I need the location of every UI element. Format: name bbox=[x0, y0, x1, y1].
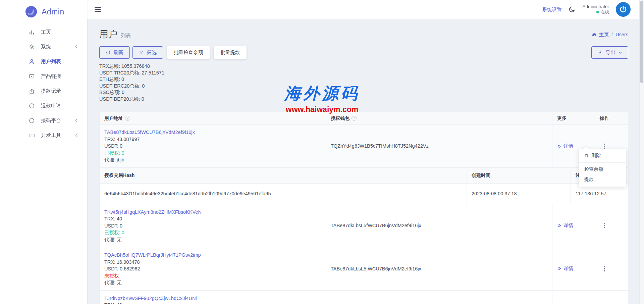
usdt-balance: USDT: 0 bbox=[104, 143, 321, 150]
sidebar-item-refund-requests[interactable]: 退款申请 bbox=[0, 98, 87, 113]
menu-item-delete[interactable]: 删除 bbox=[579, 151, 626, 161]
usdt-balance: USDT: 0 bbox=[104, 222, 321, 230]
menu-toggle-icon[interactable] bbox=[95, 7, 101, 12]
sidebar-item-label: 产品链接 bbox=[41, 73, 61, 80]
breadcrumb-home-link[interactable]: 主页 bbox=[592, 32, 609, 38]
power-icon bbox=[619, 5, 628, 14]
sidebar-item-home[interactable]: 主页 bbox=[0, 24, 87, 39]
user-icon bbox=[29, 58, 35, 65]
sidebar-item-label: 系统 bbox=[41, 44, 51, 50]
topbar: 系统设置 Administrator 在线 bbox=[87, 0, 644, 19]
user-address-link[interactable]: TKwt5rj4sHgqLXAym8no2ZHMXFbsoKKVeN bbox=[104, 209, 202, 216]
batch-withdraw-button[interactable]: 批量提款 bbox=[214, 46, 247, 59]
breadcrumb-current[interactable]: Users bbox=[615, 32, 628, 37]
chevron-left-icon bbox=[75, 133, 78, 137]
trash-icon bbox=[584, 153, 589, 158]
power-avatar-button[interactable] bbox=[616, 2, 631, 17]
usdt-balance: USDT: 0.682962 bbox=[104, 265, 321, 272]
chevron-left-icon bbox=[75, 118, 78, 122]
sidebar-item-label: 退款申请 bbox=[41, 103, 61, 109]
menu-item-withdraw[interactable]: 提款 bbox=[579, 174, 626, 185]
table-row: TKwt5rj4sHgqLXAym8no2ZHMXFbsoKKVeN TRX: … bbox=[100, 204, 628, 248]
export-button[interactable]: 导出 bbox=[591, 46, 628, 59]
col-more: 更多 bbox=[552, 112, 595, 124]
users-table: 用户地址 ? 授权钱包 ? 更多 操作 TABe87dkLbsL5fWCU7B6… bbox=[99, 112, 628, 304]
subtable-header-row: 授权交易Hash 创建时间 注册Ip bbox=[100, 167, 628, 184]
batch-check-balance-button[interactable]: 批量检查余额 bbox=[167, 46, 210, 59]
page-scrollbar[interactable] bbox=[639, 0, 644, 304]
trx-balance: TRX: 43.087997 bbox=[104, 136, 321, 143]
filter-button[interactable]: 筛选 bbox=[132, 46, 163, 59]
col-actions: 操作 bbox=[595, 112, 628, 124]
trx-balance: TRX: 40 bbox=[104, 215, 321, 222]
kebab-menu-icon[interactable] bbox=[602, 222, 606, 230]
brand[interactable]: Admin bbox=[0, 0, 87, 17]
brand-name: Admin bbox=[42, 7, 64, 16]
auth-wallet: TABe87dkLbsL5fWCU7B6jnVdM2ef9i16jx bbox=[326, 291, 552, 304]
double-chevron-icon bbox=[557, 224, 561, 227]
upload-icon bbox=[29, 88, 35, 94]
double-chevron-icon bbox=[557, 144, 561, 148]
created-time: 2023-08-08 00:37:18 bbox=[467, 184, 571, 204]
stat-line: BSC总额0 bbox=[99, 89, 628, 96]
stat-line: TRX总额1055.376848 bbox=[99, 63, 628, 70]
sidebar-item-label: 提款记录 bbox=[41, 88, 61, 94]
gear-icon bbox=[29, 44, 35, 50]
auth-wallet: TQZnYd4g6JW1B5c7TfMshH8TJ52Ng422Vz bbox=[326, 125, 552, 167]
kebab-menu-icon[interactable] bbox=[602, 265, 606, 273]
agent: 代理: 无 bbox=[104, 236, 321, 243]
sidebar-item-withdraw-records[interactable]: 提款记录 bbox=[0, 84, 87, 98]
main-content: 用户 列表 主页 / Users 刷新 bbox=[87, 19, 644, 304]
circle-icon bbox=[29, 117, 35, 124]
user-address-link[interactable]: TQAcBh5oHQ7WLrPLBqrJHyt471PGsv2imp bbox=[104, 252, 201, 259]
refresh-button[interactable]: 刷新 bbox=[99, 46, 130, 59]
sidebar-item-dev-tools[interactable]: 开发工具 bbox=[0, 128, 87, 143]
detail-toggle-button[interactable]: 详情 bbox=[557, 222, 573, 229]
detail-toggle-button[interactable]: 详情 bbox=[557, 143, 573, 149]
table-row: TABe87dkLbsL5fWCU7B6jnVdM2ef9i16jx TRX: … bbox=[100, 125, 628, 167]
filter-funnel-icon bbox=[139, 50, 144, 55]
col-created-time: 创建时间 bbox=[467, 168, 571, 183]
user-address-link[interactable]: TABe87dkLbsL5fWCU7B6jnVdM2ef9i16jx bbox=[104, 129, 195, 136]
breadcrumb-separator: / bbox=[611, 32, 613, 37]
stat-line: USDT-ERC20总额0 bbox=[99, 83, 628, 90]
toolbar: 刷新 筛选 批量检查余额 批量提款 导出 bbox=[99, 46, 628, 59]
col-auth-hash: 授权交易Hash bbox=[100, 168, 467, 183]
table-header-row: 用户地址 ? 授权钱包 ? 更多 操作 bbox=[100, 112, 628, 125]
scrollbar-thumb[interactable] bbox=[640, 1, 643, 83]
user-block: Administrator 在线 bbox=[582, 4, 609, 15]
brand-logo-icon bbox=[25, 6, 37, 17]
sidebar-item-system[interactable]: 系统 bbox=[0, 39, 87, 54]
auth-status: 已授权: 0 bbox=[104, 229, 321, 236]
col-auth-wallet: 授权钱包 ? bbox=[326, 112, 552, 124]
page-title: 用户 bbox=[99, 28, 117, 40]
sidebar-item-product-links[interactable]: 产品链接 bbox=[0, 69, 87, 84]
user-address-link[interactable]: TJrdNpzbKvwSFF9u2gQcZjwLhqCxJi4UNi bbox=[104, 295, 197, 302]
menu-divider bbox=[579, 162, 626, 163]
trx-balance: TRX: 40 bbox=[104, 302, 321, 304]
agent: 代理: jbjb bbox=[104, 156, 321, 163]
help-icon[interactable]: ? bbox=[352, 116, 357, 121]
col-user-address: 用户地址 ? bbox=[100, 112, 326, 124]
sidebar-nav: 主页 系统 用户列表 bbox=[0, 24, 87, 143]
bar-chart-icon bbox=[29, 29, 35, 35]
sidebar-item-sms-platform[interactable]: 接码平台 bbox=[0, 113, 87, 128]
sidebar-item-label: 开发工具 bbox=[41, 132, 61, 139]
sidebar-item-user-list[interactable]: 用户列表 bbox=[0, 54, 87, 69]
auth-status: 已授权: 0 bbox=[104, 150, 321, 157]
keyboard-icon bbox=[29, 132, 35, 139]
detail-toggle-button[interactable]: 详情 bbox=[557, 265, 573, 272]
table-row: TJrdNpzbKvwSFF9u2gQcZjwLhqCxJi4UNi TRX: … bbox=[100, 291, 628, 304]
agent: 代理: 无 bbox=[104, 279, 321, 286]
sidebar: Admin 主页 系统 bbox=[0, 0, 87, 304]
stat-line: USDT-TRC20总额27.511571 bbox=[99, 70, 628, 77]
stat-line: ETH总额0 bbox=[99, 76, 628, 83]
auth-wallet: TABe87dkLbsL5fWCU7B6jnVdM2ef9i16jx bbox=[326, 247, 552, 290]
menu-item-check-balance[interactable]: 检查余额 bbox=[579, 164, 626, 174]
row-context-menu: 删除 检查余额 提款 bbox=[579, 149, 626, 187]
system-settings-link[interactable]: 系统设置 bbox=[542, 6, 561, 13]
chevron-left-icon bbox=[75, 45, 78, 49]
help-icon[interactable]: ? bbox=[125, 116, 130, 121]
dark-mode-moon-icon[interactable] bbox=[568, 6, 576, 13]
auth-tx-hash: 6e6456b43f11bebbfc46e325d4e01cc4de81dd52… bbox=[100, 184, 467, 204]
